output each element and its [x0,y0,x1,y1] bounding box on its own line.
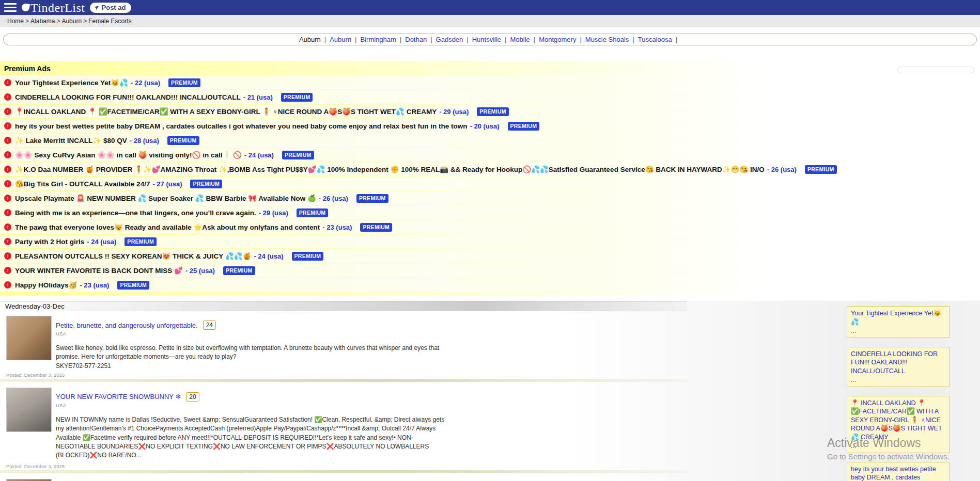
premium-ad-title[interactable]: Being with me is an experience—one that … [15,209,256,217]
listing-posted-date: Posted: December 3, 2025 [6,463,65,469]
premium-ad-row[interactable]: Party with 2 Hot girls - 24 (usa) PREMIU… [0,235,980,248]
premium-sidebar: Your Tightest Experience Yet😼💦 ... CINDE… [847,306,950,481]
sidebar-ad-box[interactable]: CINDERELLA LOOKING FOR FUN!!! OAKLAND!!!… [847,347,950,387]
city-separator: | [355,36,356,43]
premium-ad-title[interactable]: The pawg that everyone loves😼 Ready and … [15,223,320,231]
premium-ad-row[interactable]: Upscale Playmate 🚨 NEW NUMBER 💦 Super So… [0,191,980,205]
city-link[interactable]: Auburn [299,36,321,43]
premium-ad-meta: - 24 (usa) [244,151,274,159]
premium-ad-row[interactable]: Being with me is an experience—one that … [0,206,980,219]
premium-ad-title[interactable]: Party with 2 Hot girls [15,238,84,246]
premium-badge: PREMIUM [508,122,540,131]
premium-ad-meta: - 24 (usa) [254,252,283,260]
breadcrumb-link[interactable]: Female Escorts [88,18,131,25]
premium-ad-title[interactable]: Happy HOlidays🥳 [15,281,77,289]
premium-ad-title[interactable]: 😘Big Tits Girl - OUTCALL Available 24/7 [15,180,150,188]
listing-title-link[interactable]: YOUR NEW FAVORITE SNOWBUNNY ❄ [56,393,181,400]
premium-ad-row[interactable]: hey its your best wettes petite baby DRE… [0,119,980,133]
menu-icon[interactable] [4,3,17,12]
sidebar-ad-link[interactable]: 📍 INCALL OAKLAND 📍 ✅FACETIME/CAR✅ WITH A… [851,399,945,442]
premium-ad-meta: - 25 (usa) [185,267,215,275]
listing-item: YOUR NEW FAVORITE SNOWBUNNY ❄ 20 USA NEW… [0,383,980,469]
city-link[interactable]: Montgomery [539,36,576,43]
listing-item: “"Don't stare too long... unless you're … [0,474,980,481]
sidebar-ad-box[interactable]: hey its your best wettes petite baby DRE… [847,462,950,481]
premium-ad-title[interactable]: hey its your best wettes petite baby DRE… [15,122,467,130]
site-logo[interactable]: TinderList [22,2,85,14]
city-separator: | [430,36,432,43]
listing-photo[interactable] [6,388,52,432]
bump-up-icon [4,137,11,144]
premium-badge: PREMIUM [297,209,329,217]
premium-ad-row[interactable]: YOUR WINTER FAVORITE IS BACK DONT MISS 💕… [0,264,980,277]
premium-ad-row[interactable]: ✨ Lake Merritt INCALL✨ $80 QV - 28 (usa)… [0,134,980,147]
listing-phone: SKYE702-577-2251 [56,362,660,370]
premium-ad-meta: - 26 (usa) [319,195,348,202]
city-separator: | [466,36,468,43]
premium-ad-title[interactable]: YOUR WINTER FAVORITE IS BACK DONT MISS 💕 [15,266,183,275]
city-separator: | [400,36,401,43]
premium-ad-row[interactable]: PLEASANTON OUTCALLS !! SEXY KOREAN😻 THIC… [0,249,980,263]
city-separator: | [676,36,677,43]
sidebar-ad-link[interactable]: Your Tightest Experience Yet😼💦 [851,309,945,326]
city-link[interactable]: Tuscaloosa [638,36,672,43]
premium-badge: PREMIUM [281,93,313,102]
breadcrumb-separator: > [56,18,60,25]
premium-ad-title[interactable]: Upscale Playmate 🚨 NEW NUMBER 💦 Super So… [15,194,316,202]
premium-ad-meta: - 26 (usa) [767,166,797,173]
premium-ad-row[interactable]: 🌸🌸 Sexy CuRvy Asian 🌸🌸 in call 🍑 visitin… [0,148,980,162]
premium-badge: PREMIUM [292,252,324,261]
city-link[interactable]: Auburn [330,36,351,43]
city-link[interactable]: Gadsden [436,36,463,43]
sidebar-ad-link[interactable]: hey its your best wettes petite baby DRE… [851,465,945,481]
premium-ad-meta: - 23 (usa) [322,223,352,231]
premium-ad-row[interactable]: The pawg that everyone loves😼 Ready and … [0,220,980,234]
premium-ad-meta: - 29 (usa) [439,108,469,116]
premium-ad-title[interactable]: Your Tightest Experience Yet😼💦 [15,78,128,87]
premium-ad-meta: - 20 (usa) [470,122,499,130]
city-link[interactable]: Birmingham [361,36,396,43]
sidebar-ad-link[interactable]: CINDERELLA LOOKING FOR FUN!!! OAKLAND!!!… [851,350,945,376]
city-link[interactable]: Mobile [510,36,530,43]
sidebar-ad-box[interactable]: Your Tightest Experience Yet😼💦 ... [847,306,950,338]
breadcrumb-link[interactable]: Auburn [61,18,82,25]
bump-up-icon [4,180,11,187]
premium-ad-title[interactable]: 📍INCALL OAKLAND 📍 ✅FACETIME/CAR✅ WITH A … [15,107,437,116]
premium-badge: PREMIUM [360,223,392,232]
breadcrumb-link[interactable]: Home [7,18,24,25]
premium-ad-title[interactable]: ✨ Lake Merritt INCALL✨ $80 QV [15,136,127,145]
premium-ad-row[interactable]: Your Tightest Experience Yet😼💦 - 22 (usa… [0,76,980,89]
listing-separator [0,379,687,382]
listing-description: NEW IN TOWNMy name is Dallas !Seductive,… [56,415,448,460]
city-separator: | [505,36,506,43]
bump-up-icon [4,108,11,115]
listing-photo[interactable] [6,316,52,360]
bump-up-icon [4,79,11,86]
city-link[interactable]: Muscle Shoals [585,36,629,43]
premium-ad-meta: - 21 (usa) [243,93,273,101]
city-link[interactable]: Huntsville [472,36,501,43]
city-separator: | [580,36,581,43]
bump-up-icon [4,267,11,274]
listing-title-link[interactable]: Petite, brunette, and dangerously unforg… [56,322,198,329]
premium-ad-row[interactable]: Happy HOlidays🥳 - 23 (usa) PREMIUM [0,278,980,292]
premium-ad-title[interactable]: PLEASANTON OUTCALLS !! SEXY KOREAN😻 THIC… [15,252,251,260]
premium-ad-row[interactable]: CINDERELLA LOOKING FOR FUN!!! OAKLAND!!!… [0,90,980,104]
listing-photo[interactable] [6,479,52,481]
premium-ad-title[interactable]: ✨K.O Daa NUMBER 🍯 PROVIDER 🧍✨💕AMAZING Th… [15,165,765,173]
bump-up-icon [4,122,11,130]
premium-badge: PREMIUM [167,136,199,145]
premium-ad-row[interactable]: 😘Big Tits Girl - OUTCALL Available 24/7 … [0,177,980,190]
premium-ad-title[interactable]: CINDERELLA LOOKING FOR FUN!!! OAKLAND!!!… [15,93,241,101]
listing-separator [0,470,687,473]
premium-ad-meta: - 27 (usa) [152,180,182,188]
top-bar: TinderList ➤ Post ad [0,0,980,15]
city-link[interactable]: Dothan [405,36,427,43]
premium-ad-row[interactable]: ✨K.O Daa NUMBER 🍯 PROVIDER 🧍✨💕AMAZING Th… [0,163,980,176]
breadcrumb-link[interactable]: Alabama [30,18,55,25]
post-ad-button[interactable]: ➤ Post ad [90,3,131,13]
premium-ad-row[interactable]: 📍INCALL OAKLAND 📍 ✅FACETIME/CAR✅ WITH A … [0,105,980,118]
bump-up-icon [4,281,11,288]
premium-ad-title[interactable]: 🌸🌸 Sexy CuRvy Asian 🌸🌸 in call 🍑 visitin… [15,151,242,159]
sidebar-ad-box[interactable]: 📍 INCALL OAKLAND 📍 ✅FACETIME/CAR✅ WITH A… [847,396,950,453]
